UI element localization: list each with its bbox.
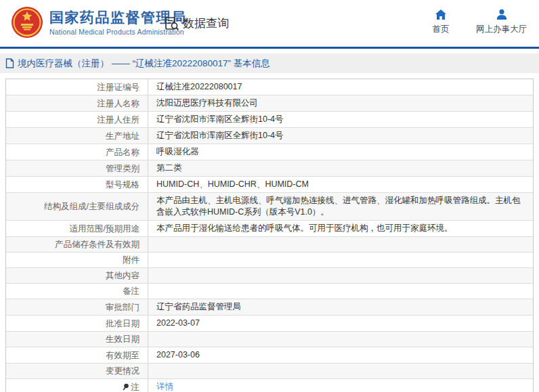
row-value: 沈阳迈思医疗科技有限公司 [148,95,533,111]
pin-icon [123,383,129,391]
row-value [148,332,533,347]
document-icon [5,58,14,68]
row-label: 注册人名称 [6,95,148,111]
row-label: 产品名称 [6,144,148,160]
row-label: 备注 [6,284,148,299]
nav-online-hall[interactable]: 网上办事大厅 [476,9,527,35]
row-value [148,284,533,299]
row-label: 注册证编号 [6,79,148,95]
row-value: 辽宁省沈阳市浑南区全辉街10-4号 [148,128,533,144]
nav-home[interactable]: 首页 [429,9,453,35]
row-value: 本产品用于湿化输送给患者的呼吸气体。可用于医疗机构，也可用于家庭环境。 [148,221,533,236]
row-value: 辽宁省药品监督管理局 [148,299,533,315]
table-row: 生产地址 辽宁省沈阳市浑南区全辉街10-4号 [6,128,533,144]
row-value: 详情 [148,379,533,392]
row-label: 产品储存条件及有效期 [6,237,148,252]
table-row: 产品储存条件及有效期 [6,237,533,253]
row-label: 有效期至 [6,347,148,363]
row-value: 2027-03-06 [148,347,533,363]
table-row: 变更情况 [6,364,533,379]
row-value: 辽械注准20222080017 [148,79,533,95]
row-value: 第二类 [148,160,533,176]
page-header: 国家药品监督管理局 National Medical Products Admi… [0,0,539,47]
row-label: 其他内容 [6,268,148,283]
table-row: 型号规格 HUMID-CH、HUMID-CHR、HUMID-CM [6,177,533,193]
table-row: 附件 [6,253,533,268]
row-value [148,237,533,252]
row-label: 注册人住所 [6,112,148,127]
table-row: 管理类别 第二类 [6,160,533,177]
table-row: 有效期至 2027-03-06 [6,347,533,364]
row-value: 本产品由主机、主机电源线、呼气端加热连接线、进气管路、湿化罐和加热呼吸管路组成。… [148,193,533,220]
table-row: 产品名称 呼吸湿化器 [6,144,533,160]
row-value: 2022-03-07 [148,315,533,331]
top-navigation: 首页 网上办事大厅 [429,9,527,35]
row-value [148,268,533,283]
row-label: 生产地址 [6,128,148,144]
table-row: 其他内容 [6,268,533,284]
row-label: 附件 [6,253,148,267]
nav-online-hall-label: 网上办事大厅 [476,24,527,35]
person-icon [496,9,508,20]
row-label: 管理类别 [6,160,148,176]
table-row: 批准日期 2022-03-07 [6,315,533,332]
table-row: 注册人名称 沈阳迈思医疗科技有限公司 [6,95,533,112]
registration-info-table: 注册证编号 辽械注准20222080017 注册人名称 沈阳迈思医疗科技有限公司… [5,79,534,392]
table-row: 注册人住所 辽宁省沈阳市浑南区全辉街10-4号 [6,112,533,128]
table-row: 生效日期 [6,332,533,347]
home-icon [435,9,447,20]
row-label: 适用范围/预期用途 [6,221,148,236]
national-emblem-icon [11,6,43,39]
row-label: 注 [6,379,148,392]
row-label: 型号规格 [6,177,148,192]
table-row: 注册证编号 辽械注准20222080017 [6,79,533,95]
table-row: 备注 [6,284,533,299]
page-title: 境内医疗器械（注册） —— “辽械注准20222080017” 基本信息 [18,58,270,70]
table-row: 结构及组成/主要组成成分 本产品由主机、主机电源线、呼气端加热连接线、进气管路、… [6,193,533,221]
row-label: 生效日期 [6,332,148,347]
table-row: 适用范围/预期用途 本产品用于湿化输送给患者的呼吸气体。可用于医疗机构，也可用于… [6,221,533,237]
row-label: 结构及组成/主要组成成分 [6,193,148,220]
row-label-text: 注 [131,382,140,392]
breadcrumb: 境内医疗器械（注册） —— “辽械注准20222080017” 基本信息 [0,53,539,73]
row-label: 变更情况 [6,364,148,378]
nav-data-query[interactable]: 数据查询 [165,16,229,31]
table-row: 审批部门 辽宁省药品监督管理局 [6,299,533,315]
row-value [148,364,533,378]
nav-home-label: 首页 [433,24,450,35]
table-row-note: 注 详情 [6,379,533,392]
row-label: 审批部门 [6,299,148,315]
document-search-icon [165,16,179,31]
brand-logo-link[interactable]: 国家药品监督管理局 National Medical Products Admi… [11,6,187,39]
detail-link[interactable]: 详情 [156,381,173,392]
row-value: 辽宁省沈阳市浑南区全辉街10-4号 [148,112,533,127]
header-divider [0,47,539,49]
row-value [148,253,533,267]
row-value: HUMID-CH、HUMID-CHR、HUMID-CM [148,177,533,192]
row-label: 批准日期 [6,315,148,331]
row-value: 呼吸湿化器 [148,144,533,160]
nav-data-query-label: 数据查询 [183,16,229,31]
